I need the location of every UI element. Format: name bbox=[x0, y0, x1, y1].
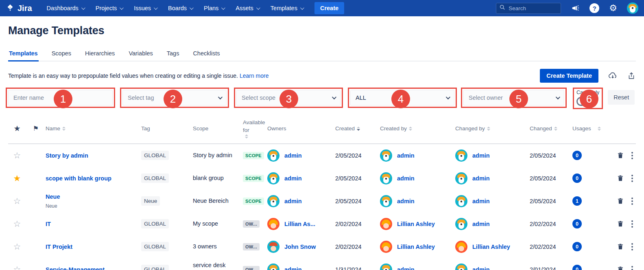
delete-icon[interactable] bbox=[617, 220, 624, 228]
nav-right: ? ⚙ bbox=[496, 2, 638, 14]
more-actions-icon[interactable] bbox=[631, 242, 634, 251]
changed-by-avatar bbox=[455, 263, 467, 270]
menu-assets[interactable]: Assets bbox=[236, 5, 259, 11]
reset-button[interactable]: Reset bbox=[608, 90, 635, 105]
usages-badge: 0 bbox=[572, 219, 582, 228]
menu-dashboards[interactable]: Dashboards bbox=[47, 5, 84, 11]
page-description: Template is an easy way to prepopulate f… bbox=[8, 72, 269, 79]
learn-more-link[interactable]: Learn more bbox=[240, 72, 269, 79]
header-changed-by[interactable]: Changed by bbox=[455, 125, 530, 132]
more-actions-icon[interactable] bbox=[631, 265, 634, 270]
table-header: ★ ⚑ Name Tag Scope Available for Owners … bbox=[8, 115, 636, 144]
available-for-badge: SCOPE bbox=[243, 175, 264, 182]
jira-logo[interactable]: Jira bbox=[6, 4, 32, 13]
changed-by-link[interactable]: admin bbox=[472, 266, 490, 270]
export-share-icon[interactable] bbox=[627, 71, 636, 81]
flag-column-icon[interactable]: ⚑ bbox=[26, 125, 46, 132]
header-usages[interactable]: Usages bbox=[572, 125, 608, 132]
created-by-link[interactable]: admin bbox=[397, 198, 415, 204]
created-by-link[interactable]: admin bbox=[397, 175, 415, 182]
header-available-for[interactable]: Available for bbox=[243, 119, 267, 138]
owner-link[interactable]: Lillian As... bbox=[284, 221, 315, 227]
available-for-badge: SCOPE bbox=[243, 198, 264, 205]
table-row: IT GLOBAL My scope OW... Lillian As... 2… bbox=[8, 213, 636, 235]
menu-issues[interactable]: Issues bbox=[134, 5, 157, 11]
more-actions-icon[interactable] bbox=[631, 220, 634, 228]
changed-by-link[interactable]: admin bbox=[472, 198, 490, 204]
filter-bar: Select tag Select scope ALL Select owner bbox=[6, 88, 636, 109]
delete-icon[interactable] bbox=[617, 266, 624, 270]
delete-icon[interactable] bbox=[617, 197, 624, 205]
import-cloud-icon[interactable] bbox=[607, 71, 618, 81]
more-actions-icon[interactable] bbox=[631, 174, 634, 183]
tab-templates[interactable]: Templates bbox=[8, 48, 39, 61]
annotation-badge-5: 5 bbox=[509, 90, 528, 108]
created-date: 2/02/2024 bbox=[335, 244, 380, 250]
toolbar-row: Template is an easy way to prepopulate f… bbox=[8, 69, 636, 83]
template-name-link[interactable]: Service-Management bbox=[46, 266, 105, 270]
chevron-down-icon bbox=[332, 95, 336, 99]
template-name-link[interactable]: Neue bbox=[46, 193, 60, 200]
available-for-badge: SCOPE bbox=[243, 152, 264, 159]
changed-by-link[interactable]: admin bbox=[472, 221, 490, 227]
changed-by-link[interactable]: admin bbox=[472, 175, 490, 182]
favorite-star-icon[interactable] bbox=[8, 242, 26, 252]
search-input[interactable] bbox=[509, 5, 553, 11]
owner-avatar bbox=[267, 263, 279, 270]
more-actions-icon[interactable] bbox=[631, 197, 634, 206]
nav-create-button[interactable]: Create bbox=[314, 2, 344, 14]
created-by-link[interactable]: Lillian Ashley bbox=[397, 221, 435, 227]
tab-checklists[interactable]: Checklists bbox=[192, 48, 220, 61]
owner-link[interactable]: admin bbox=[284, 198, 302, 204]
help-icon[interactable]: ? bbox=[589, 3, 599, 13]
usages-badge: 0 bbox=[572, 173, 582, 183]
favorite-star-icon[interactable] bbox=[8, 151, 26, 160]
created-by-link[interactable]: admin bbox=[397, 266, 415, 270]
template-name-link[interactable]: IT Projekt bbox=[46, 244, 72, 250]
favorite-star-icon[interactable] bbox=[8, 196, 26, 206]
owner-link[interactable]: admin bbox=[284, 152, 302, 159]
tab-tags[interactable]: Tags bbox=[166, 48, 180, 61]
favorite-star-icon[interactable] bbox=[8, 219, 26, 229]
template-name-link[interactable]: Story by admin bbox=[46, 152, 88, 159]
owner-link[interactable]: admin bbox=[284, 175, 302, 182]
header-owners[interactable]: Owners bbox=[267, 125, 335, 132]
header-created[interactable]: Created bbox=[335, 125, 380, 132]
template-name-link[interactable]: IT bbox=[46, 221, 51, 227]
star-column-icon[interactable]: ★ bbox=[8, 124, 26, 133]
delete-icon[interactable] bbox=[617, 151, 624, 159]
created-by-link[interactable]: admin bbox=[397, 152, 415, 159]
megaphone-icon[interactable] bbox=[571, 4, 580, 13]
changed-by-link[interactable]: admin bbox=[472, 152, 490, 159]
changed-by-link[interactable]: Lillian Ashley bbox=[472, 244, 510, 250]
gear-icon[interactable]: ⚙ bbox=[609, 4, 617, 13]
favorite-star-icon[interactable] bbox=[8, 173, 26, 183]
user-avatar[interactable] bbox=[627, 2, 638, 14]
tab-hierarchies[interactable]: Hierarchies bbox=[84, 48, 116, 61]
favorite-star-icon[interactable] bbox=[8, 265, 26, 270]
tab-scopes[interactable]: Scopes bbox=[51, 48, 72, 61]
more-actions-icon[interactable] bbox=[631, 151, 634, 160]
owner-link[interactable]: admin bbox=[284, 266, 302, 270]
usages-badge: 0 bbox=[572, 265, 582, 270]
menu-projects[interactable]: Projects bbox=[96, 5, 122, 11]
owner-avatar bbox=[267, 218, 279, 230]
template-name-link[interactable]: scope with blank group bbox=[46, 175, 111, 182]
header-tag[interactable]: Tag bbox=[141, 125, 193, 132]
menu-boards[interactable]: Boards bbox=[168, 5, 192, 11]
delete-icon[interactable] bbox=[617, 174, 624, 182]
header-changed[interactable]: Changed bbox=[530, 125, 572, 132]
menu-templates[interactable]: Templates bbox=[271, 5, 303, 11]
created-by-link[interactable]: Lillian Ashley bbox=[397, 244, 435, 250]
header-scope[interactable]: Scope bbox=[193, 125, 243, 132]
header-name[interactable]: Name bbox=[46, 125, 141, 132]
header-created-by[interactable]: Created by bbox=[380, 125, 455, 132]
scope-cell: 3 owners bbox=[193, 243, 243, 251]
menu-plans[interactable]: Plans bbox=[204, 5, 224, 11]
search-box[interactable] bbox=[496, 3, 561, 14]
tab-variables[interactable]: Variables bbox=[128, 48, 153, 61]
chevron-down-icon bbox=[300, 6, 304, 10]
create-template-button[interactable]: Create Template bbox=[540, 69, 598, 83]
owner-link[interactable]: John Snow bbox=[284, 244, 316, 250]
delete-icon[interactable] bbox=[617, 243, 624, 250]
